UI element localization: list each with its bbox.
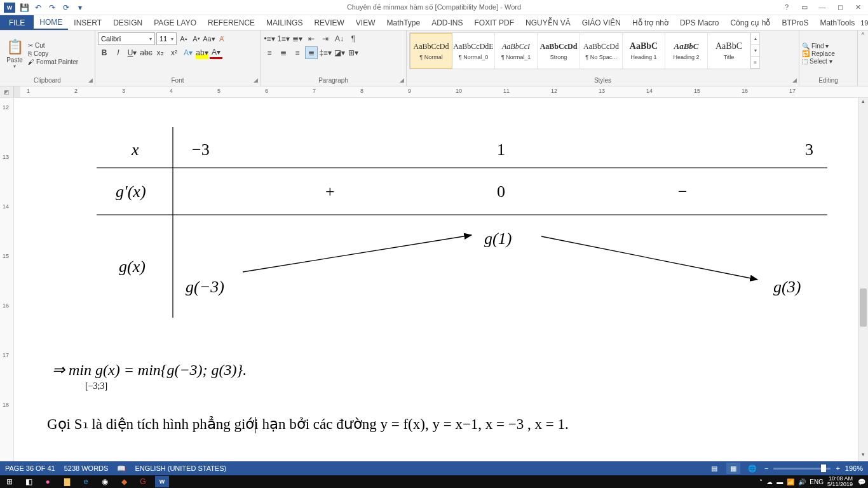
bold-button[interactable]: B	[98, 46, 111, 59]
text-effects-button[interactable]: A▾	[182, 46, 194, 59]
cut-button[interactable]: ✂Cut	[28, 42, 78, 49]
numbering-button[interactable]: 1≡▾	[277, 32, 290, 45]
undo-icon[interactable]: ↶	[33, 3, 43, 13]
shading-button[interactable]: ◪▾	[333, 46, 346, 59]
styles-up-icon[interactable]: ▴	[751, 33, 759, 45]
minimize-icon[interactable]: —	[816, 3, 829, 11]
tab-insert[interactable]: INSERT	[68, 15, 107, 30]
notifications-icon[interactable]: 💬	[858, 478, 865, 485]
tab-giaovien[interactable]: GIÁO VIÊN	[576, 15, 627, 30]
shrink-font-button[interactable]: A▾	[191, 32, 202, 45]
close-icon[interactable]: ✕	[851, 3, 864, 11]
taskview-icon[interactable]: ◧	[22, 476, 36, 487]
scroll-thumb[interactable]	[860, 288, 867, 327]
strike-button[interactable]: abc	[140, 46, 153, 59]
read-mode-icon[interactable]: ▤	[707, 463, 721, 474]
tab-design[interactable]: DESIGN	[107, 15, 148, 30]
save-icon[interactable]: 💾	[19, 3, 29, 13]
increase-indent-button[interactable]: ⇥	[319, 32, 332, 45]
tab-review[interactable]: REVIEW	[308, 15, 349, 30]
tab-btpros[interactable]: BTProS	[776, 15, 814, 30]
status-lang[interactable]: ENGLISH (UNITED STATES)	[135, 464, 226, 472]
align-left-button[interactable]: ≡	[263, 46, 276, 59]
status-words[interactable]: 5238 WORDS	[64, 464, 109, 472]
dialog-launcher-icon[interactable]: ◢	[792, 77, 797, 83]
superscript-button[interactable]: x²	[168, 46, 180, 59]
maximize-icon[interactable]: ◻	[834, 3, 846, 11]
line-spacing-button[interactable]: ‡≡▾	[319, 46, 332, 59]
tray-cloud-icon[interactable]: ☁	[766, 478, 773, 485]
slack-icon[interactable]: ◆	[117, 476, 131, 487]
help-icon[interactable]: ?	[780, 3, 793, 11]
format-painter-button[interactable]: 🖌Format Painter	[28, 58, 78, 65]
tab-mailings[interactable]: MAILINGS	[261, 15, 308, 30]
tab-mathtools[interactable]: MathTools	[814, 15, 860, 30]
style-normal0[interactable]: AaBbCcDdE¶ Normal_0	[452, 33, 495, 69]
tab-view[interactable]: VIEW	[350, 15, 381, 30]
styles-more-icon[interactable]: ≡	[751, 57, 759, 69]
refresh-icon[interactable]: ⟳	[61, 3, 71, 13]
select-button[interactable]: ⬚Select ▾	[802, 58, 855, 65]
account-menu[interactable]: 1992paypal@gmail.com ▾	[860, 15, 868, 30]
find-button[interactable]: 🔍Find ▾	[802, 43, 855, 50]
taskbar-clock[interactable]: 10:08 AM 5/11/2019	[827, 476, 854, 487]
copy-button[interactable]: ⎘Copy	[28, 50, 78, 57]
scroll-up-icon[interactable]: ▴	[858, 98, 868, 108]
ribbon-options-icon[interactable]: ▭	[798, 3, 811, 11]
start-icon[interactable]: ⊞	[3, 476, 17, 487]
scroll-down-icon[interactable]: ▾	[858, 451, 868, 461]
print-layout-icon[interactable]: ▦	[726, 463, 740, 474]
collapse-ribbon-icon[interactable]: ^	[858, 30, 868, 86]
clear-format-button[interactable]: A̸	[216, 32, 227, 45]
style-strong[interactable]: AaBbCcDdStrong	[538, 33, 580, 69]
zoom-level[interactable]: 196%	[845, 464, 863, 472]
replace-button[interactable]: 🔁Replace	[802, 50, 855, 57]
paste-button[interactable]: 📋 Paste ▾	[3, 32, 27, 75]
tray-battery-icon[interactable]: ▬	[776, 478, 783, 485]
tab-mathtype[interactable]: MathType	[381, 15, 426, 30]
dialog-launcher-icon[interactable]: ◢	[88, 77, 93, 83]
font-name-combo[interactable]: Calibri▾	[98, 32, 155, 45]
status-proof-icon[interactable]: 📖	[117, 464, 126, 473]
tab-file[interactable]: FILE	[0, 15, 34, 30]
web-layout-icon[interactable]: 🌐	[745, 463, 759, 474]
font-size-combo[interactable]: 11▾	[156, 32, 177, 45]
tab-congcu[interactable]: Công cụ hỗ	[724, 15, 776, 30]
font-color-button[interactable]: A▾	[210, 46, 222, 59]
tab-dps[interactable]: DPS Macro	[674, 15, 724, 30]
vertical-scrollbar[interactable]: ▴ ▾	[858, 98, 868, 461]
grow-font-button[interactable]: A▴	[178, 32, 189, 45]
tab-nguyen[interactable]: NGUYỄN VĂ	[520, 15, 576, 30]
word-taskbar-icon[interactable]: W	[155, 476, 169, 487]
zoom-out-icon[interactable]: −	[764, 464, 768, 472]
vertical-ruler[interactable]: 12131415161718	[0, 98, 14, 461]
tray-wifi-icon[interactable]: 📶	[787, 478, 794, 485]
style-title[interactable]: AaBbCTitle	[708, 33, 750, 69]
sort-button[interactable]: A↓	[333, 32, 346, 45]
bullets-button[interactable]: •≡▾	[263, 32, 276, 45]
style-normal[interactable]: AaBbCcDd¶ Normal	[410, 33, 452, 69]
subscript-button[interactable]: x₂	[154, 46, 166, 59]
page-viewport[interactable]: x −3 1 3 g′(x) + 0 − g(x) g(−3	[14, 98, 868, 461]
style-heading1[interactable]: AaBbCHeading 1	[623, 33, 665, 69]
tab-hotro[interactable]: Hỗ trợ nhờ	[627, 15, 674, 30]
tab-home[interactable]: HOME	[34, 15, 68, 30]
tab-addins[interactable]: ADD-INS	[426, 15, 468, 30]
justify-button[interactable]: ≣	[305, 46, 318, 59]
garena-icon[interactable]: G	[136, 476, 150, 487]
tray-up-icon[interactable]: ˄	[759, 478, 763, 485]
tray-lang[interactable]: ENG	[810, 478, 824, 485]
dialog-launcher-icon[interactable]: ◢	[254, 77, 258, 83]
underline-button[interactable]: U▾	[126, 46, 139, 59]
zoom-in-icon[interactable]: +	[836, 464, 839, 472]
ruler-corner[interactable]: ◩	[0, 86, 14, 97]
multilevel-button[interactable]: ≣▾	[291, 32, 304, 45]
status-page[interactable]: PAGE 36 OF 41	[5, 464, 55, 472]
edge-icon[interactable]: e	[79, 476, 93, 487]
horizontal-ruler[interactable]: 1234567891011121314151617	[14, 86, 868, 97]
italic-button[interactable]: I	[112, 46, 125, 59]
zoom-slider[interactable]	[773, 468, 831, 470]
tab-foxit[interactable]: FOXIT PDF	[469, 15, 520, 30]
change-case-button[interactable]: Aa▾	[203, 32, 215, 45]
explorer-icon[interactable]: ▇	[60, 476, 74, 487]
